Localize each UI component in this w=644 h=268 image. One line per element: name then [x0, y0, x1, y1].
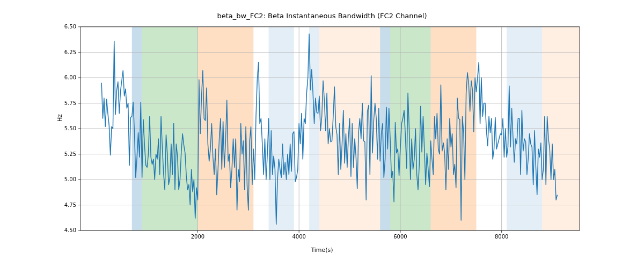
svg-text:2000: 2000	[191, 234, 204, 240]
svg-text:4.50: 4.50	[64, 227, 76, 233]
chart-title: beta_bw_FC2: Beta Instantaneous Bandwidt…	[0, 12, 644, 20]
x-axis-label: Time(s)	[0, 247, 644, 254]
y-axis-label: Hz	[56, 102, 63, 134]
axes: 2000400060008000 4.504.755.005.255.505.7…	[80, 27, 580, 230]
figure: beta_bw_FC2: Beta Instantaneous Bandwidt…	[0, 0, 644, 268]
svg-text:4000: 4000	[292, 234, 305, 240]
svg-text:5.75: 5.75	[64, 100, 76, 106]
svg-text:5.50: 5.50	[64, 125, 76, 131]
y-ticks: 4.504.755.005.255.505.756.006.256.50	[64, 24, 80, 233]
svg-text:5.25: 5.25	[64, 151, 76, 157]
svg-text:6.50: 6.50	[64, 24, 76, 29]
svg-text:6000: 6000	[393, 234, 407, 240]
svg-text:6.00: 6.00	[64, 75, 76, 80]
svg-text:5.00: 5.00	[64, 176, 76, 182]
plot-area: 2000400060008000 4.504.755.005.255.505.7…	[80, 27, 580, 230]
svg-text:8000: 8000	[495, 234, 508, 240]
x-ticks: 2000400060008000	[191, 230, 509, 240]
svg-text:4.75: 4.75	[64, 202, 76, 208]
svg-text:6.25: 6.25	[64, 49, 76, 55]
